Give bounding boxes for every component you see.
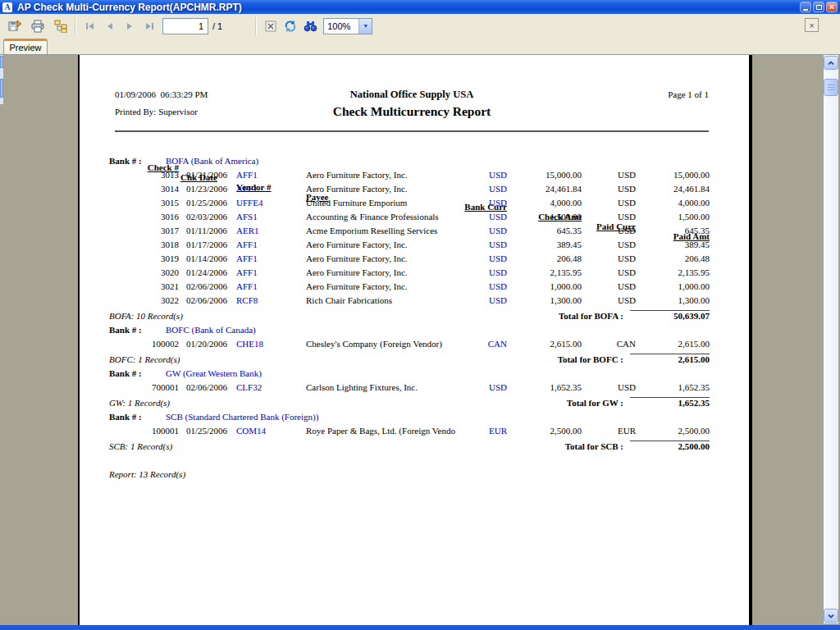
cell-paid-amount: 1,652.35 (617, 382, 710, 392)
next-page-button[interactable] (120, 16, 139, 36)
scrollbar-thumb[interactable] (824, 79, 838, 96)
tab-bar: Preview (0, 38, 840, 55)
splitter-handle (0, 79, 3, 98)
cell-paid-amount: 15,000.00 (617, 170, 710, 180)
group-total-amount: 2,615.00 (617, 354, 710, 364)
group-total-label: Total for SCB : (424, 441, 623, 451)
vertical-scrollbar[interactable] (824, 55, 838, 623)
cell-paid-amount: 2,615.00 (617, 339, 710, 349)
chevron-down-icon[interactable]: ▼ (358, 19, 372, 34)
scroll-up-button[interactable] (824, 56, 838, 70)
bank-number-label: Bank # : (109, 412, 142, 422)
page-count-label: / 1 (212, 21, 222, 31)
report-record-count-row: Report: 13 Record(s) (80, 469, 711, 483)
first-page-button[interactable] (80, 16, 100, 36)
cell-vendor-number: AER1 (236, 226, 302, 235)
cell-check-number: 3022 (113, 295, 179, 305)
cell-check-number: 3016 (113, 212, 179, 221)
group-total-amount: 1,652.35 (617, 398, 710, 408)
toolbar-close-button[interactable]: × (805, 18, 819, 32)
cell-check-amount: 2,135.95 (486, 267, 582, 277)
cell-check-number: 3020 (113, 267, 179, 277)
group-footer-row: SCB: 1 Record(s)Total for SCB :2,500.00 (80, 441, 711, 455)
table-row: 301801/17/2006AFF1Aero Furniture Factory… (80, 240, 711, 253)
cell-check-number: 3017 (113, 226, 179, 235)
cell-vendor-number: AFF1 (236, 240, 302, 249)
group-footer-row: BOFC: 1 Record(s)Total for BOFC :2,615.0… (80, 354, 711, 368)
preview-area: 01/09/2006 06:33:29 PM National Office S… (0, 55, 840, 625)
bank-name: GW (Great Western Bank) (166, 368, 262, 378)
cell-paid-amount: 1,500.00 (617, 212, 710, 221)
tab-preview[interactable]: Preview (3, 39, 48, 54)
export-icon (8, 20, 22, 33)
table-row: 301301/21/2006AFF1Aero Furniture Factory… (80, 170, 711, 184)
bank-name: BOFA (Bank of America) (166, 156, 258, 166)
print-icon (31, 20, 44, 33)
table-row: 301602/03/2006AFS1Accounting & Finance P… (80, 212, 711, 226)
report-page-label: Page 1 of 1 (115, 89, 709, 99)
first-page-icon (85, 21, 95, 31)
restore-icon (816, 5, 822, 10)
close-button[interactable]: × (826, 2, 838, 12)
group-tree-icon (54, 20, 67, 33)
bank-group-header: Bank # :SCB (Standard Chartered Bank (Fo… (80, 412, 711, 426)
group-total-amount: 2,500.00 (617, 441, 710, 451)
refresh-icon (284, 20, 297, 33)
chevron-down-icon (827, 613, 835, 619)
cell-check-number: 3021 (113, 281, 179, 291)
minimize-button[interactable] (800, 2, 811, 12)
table-row: 302202/06/2006RCF8Rich Chair Fabrication… (80, 295, 711, 309)
cell-check-amount: 2,500.00 (486, 426, 582, 436)
cell-check-amount: 645.35 (486, 226, 582, 235)
refresh-button[interactable] (281, 16, 300, 36)
previous-page-icon (105, 21, 115, 31)
header-rule (115, 130, 709, 132)
cell-check-amount: 1,300.00 (486, 295, 582, 305)
bank-number-label: Bank # : (109, 368, 142, 378)
group-tree-splitter[interactable] (0, 55, 3, 104)
previous-page-button[interactable] (100, 16, 120, 36)
cell-paid-amount: 206.48 (617, 253, 710, 263)
report-title: Check Multicurrency Report (115, 104, 709, 119)
last-page-icon (144, 21, 154, 31)
chevron-up-icon (827, 60, 835, 66)
group-total-label: Total for BOFA : (424, 311, 623, 321)
cell-vendor-number: UFFE4 (236, 198, 302, 208)
export-button[interactable] (5, 16, 25, 36)
scroll-down-button[interactable] (824, 609, 838, 623)
table-row: 301501/25/2006UFFE4United Furniture Empo… (80, 198, 711, 212)
toggle-group-tree-button[interactable] (51, 16, 71, 36)
cell-check-amount: 4,000.00 (486, 198, 582, 208)
cell-check-number: 3013 (113, 170, 179, 180)
cell-check-number: 100001 (113, 426, 179, 436)
app-window: A AP Check Multi-Currency Report(APCHMR.… (0, 0, 840, 630)
cell-vendor-number: COM14 (236, 426, 302, 436)
cell-vendor-number: CLF32 (236, 382, 302, 392)
cell-check-number: 3018 (113, 240, 179, 249)
group-record-count: BOFA: 10 Record(s) (109, 311, 183, 321)
cell-paid-amount: 1,000.00 (617, 281, 710, 291)
binoculars-search-icon (304, 20, 317, 33)
report-page: 01/09/2006 06:33:29 PM National Office S… (78, 55, 752, 625)
cell-paid-amount: 2,500.00 (617, 426, 710, 436)
zoom-level-select[interactable]: 100% ▼ (323, 18, 372, 34)
table-row: 301901/14/2006AFF1Aero Furniture Factory… (80, 253, 711, 267)
page-number-value: 1 (199, 21, 203, 31)
cell-vendor-number: AFF1 (236, 281, 302, 291)
last-page-button[interactable] (139, 16, 159, 36)
cell-paid-amount: 2,135.95 (617, 267, 710, 277)
cell-check-amount: 1,652.35 (486, 382, 582, 392)
page-number-input[interactable]: 1 (162, 18, 208, 34)
restore-button[interactable] (813, 2, 824, 12)
bank-number-label: Bank # : (109, 156, 142, 166)
print-button[interactable] (28, 16, 48, 36)
report-record-count: Report: 13 Record(s) (109, 469, 185, 479)
titlebar: A AP Check Multi-Currency Report(APCHMR.… (0, 0, 840, 14)
cell-vendor-number: AFF1 (236, 253, 302, 263)
cell-check-amount: 15,000.00 (486, 170, 582, 180)
bank-group-header: Bank # :BOFA (Bank of America) (80, 156, 711, 170)
cell-vendor-number: AFF1 (236, 170, 302, 180)
search-button[interactable] (300, 16, 320, 36)
stop-icon (264, 20, 277, 33)
stop-button[interactable] (261, 16, 281, 36)
